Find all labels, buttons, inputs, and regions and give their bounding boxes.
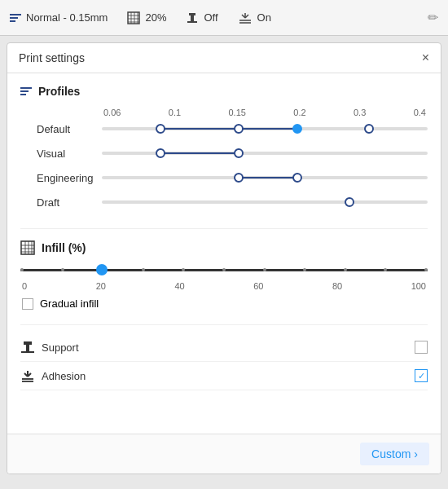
panel-footer: Custom ›	[7, 434, 441, 474]
infill-slider-area: 0 20 40 60 80 100 Gradual infill	[20, 262, 428, 310]
support-icon	[20, 340, 35, 355]
tick-labels: 0.06 0.1 0.15 0.2 0.3 0.4	[102, 108, 428, 117]
svg-rect-7	[187, 21, 197, 23]
close-button[interactable]: ×	[422, 51, 429, 64]
profile-slider-engineering[interactable]	[102, 168, 428, 187]
top-bar: Normal - 0.15mm 20% Off On ✏	[0, 0, 448, 36]
panel-body: Profiles 0.06 0.1 0.15 0.2 0.3 0.4 Defau…	[7, 73, 441, 434]
profile-name-engineering: Engineering	[20, 172, 102, 184]
adhesion-icon	[20, 368, 35, 383]
support-topbar-icon	[186, 11, 199, 24]
support-selector[interactable]: Off	[186, 11, 217, 24]
panel-title: Print settings	[19, 51, 85, 64]
adhesion-checkbox[interactable]: ✓	[415, 369, 428, 382]
profile-selector[interactable]: Normal - 0.15mm	[10, 11, 108, 24]
infill-selector[interactable]: 20%	[127, 11, 166, 24]
gradual-infill-row: Gradual infill	[22, 297, 428, 310]
adhesion-row: Adhesion ✓	[20, 362, 428, 390]
adhesion-topbar-icon	[238, 11, 253, 24]
custom-label: Custom	[371, 447, 411, 460]
infill-icon	[127, 11, 140, 24]
custom-button[interactable]: Custom ›	[360, 443, 429, 465]
adhesion-label: Adhesion	[42, 370, 408, 382]
profiles-label: Profiles	[38, 85, 80, 98]
print-settings-panel: Print settings × Profiles 0.06 0.1 0.15 …	[7, 42, 441, 474]
svg-rect-15	[21, 241, 34, 254]
support-row: Support	[20, 333, 428, 362]
svg-rect-24	[24, 341, 32, 345]
svg-rect-23	[26, 344, 29, 351]
chevron-right-icon: ›	[414, 447, 418, 460]
infill-label: 20%	[145, 11, 166, 24]
profile-slider-visual[interactable]	[102, 143, 428, 163]
adhesion-label: On	[257, 11, 271, 24]
support-label: Off	[204, 11, 217, 24]
infill-section-icon	[20, 240, 35, 255]
support-checkbox[interactable]	[415, 341, 428, 354]
panel-header: Print settings ×	[7, 43, 441, 73]
gradual-infill-checkbox[interactable]	[22, 298, 33, 310]
infill-label: Infill (%)	[42, 241, 86, 254]
profile-slider-default[interactable]	[102, 119, 428, 139]
profiles-grid: Default Visual	[20, 119, 428, 212]
edit-icon[interactable]: ✏	[428, 10, 438, 25]
tick-header: 0.06 0.1 0.15 0.2 0.3 0.4	[20, 108, 428, 117]
profile-icon	[10, 14, 21, 22]
profile-label: Normal - 0.15mm	[26, 11, 108, 24]
svg-rect-9	[189, 13, 195, 15]
infill-section: Infill (%)	[20, 228, 428, 310]
profiles-header: Profiles	[20, 85, 428, 98]
adhesion-selector[interactable]: On	[238, 11, 271, 24]
profile-name-visual: Visual	[20, 148, 102, 160]
infill-header: Infill (%)	[20, 240, 428, 255]
svg-rect-22	[21, 351, 34, 353]
profile-name-draft: Draft	[20, 196, 102, 209]
gradual-infill-label: Gradual infill	[40, 297, 99, 310]
support-label: Support	[42, 341, 408, 354]
options-section: Support Adhesion ✓	[20, 324, 428, 390]
infill-track-container[interactable]	[20, 262, 428, 278]
profiles-icon	[20, 87, 32, 95]
profiles-section: Profiles 0.06 0.1 0.15 0.2 0.3 0.4 Defau…	[20, 85, 428, 212]
profile-slider-draft[interactable]	[102, 192, 428, 212]
infill-tick-labels: 0 20 40 60 80 100	[20, 281, 428, 291]
profile-name-default: Default	[20, 123, 102, 135]
svg-rect-8	[191, 15, 194, 21]
